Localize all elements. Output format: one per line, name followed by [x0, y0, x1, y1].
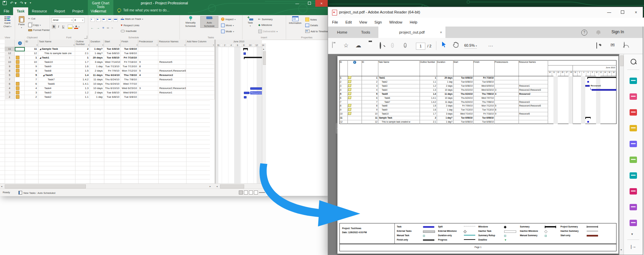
sort-caret-icon[interactable]: ▾ [137, 44, 138, 46]
sort-caret-icon[interactable]: ▾ [184, 44, 185, 46]
scrollbar-thumb[interactable] [5, 184, 86, 188]
row-number[interactable]: 10 [5, 60, 15, 65]
add-new-column-cell[interactable] [186, 95, 215, 99]
row-number[interactable]: 4 [5, 86, 15, 91]
finish-cell[interactable]: Wed 7/7/10 [121, 82, 138, 86]
notes-button[interactable]: Notes [305, 17, 317, 22]
column-header[interactable]: Duration▾ [90, 40, 104, 47]
more-tools-icon[interactable]: ... [488, 42, 493, 47]
finish-cell[interactable]: Wed 6/9/10 [121, 91, 138, 95]
collapse-icon[interactable]: ◢ [40, 48, 41, 50]
organize-pages-icon[interactable] [630, 157, 637, 163]
sort-caret-icon[interactable]: ▾ [88, 44, 89, 46]
outline-cell[interactable]: 2.1 [75, 51, 90, 56]
add-new-column-cell[interactable] [186, 56, 215, 60]
outline-cell[interactable]: 1.1 [75, 95, 90, 99]
predecessor-cell[interactable]: 3 [138, 86, 158, 91]
paste-button[interactable]: Paste ▾ [17, 16, 26, 29]
duration-cell[interactable]: 1 day? [90, 47, 104, 51]
resource-cell[interactable]: Resource1 [158, 91, 186, 95]
gantt-chart-button[interactable]: Gantt Chart ▾ [1, 16, 14, 28]
predecessor-cell[interactable]: 5 [138, 69, 158, 73]
tab-report[interactable]: Report [51, 7, 69, 15]
background-color-button[interactable] [68, 25, 72, 29]
task-id-cell[interactable]: 9 [25, 65, 38, 69]
collapse-icon[interactable]: ◢ [43, 74, 45, 76]
duration-cell[interactable]: 29 days [90, 56, 104, 60]
task-name-cell[interactable]: Task2 [38, 95, 75, 99]
outline-cell[interactable]: 1.3 [75, 86, 90, 91]
duration-cell[interactable]: 2 days [90, 69, 104, 73]
outline-cell[interactable]: 1.4 [75, 73, 90, 78]
help-icon[interactable]: ? [581, 30, 587, 36]
insert-milestone-button[interactable]: ◆Milestone [258, 24, 272, 27]
scroll-down-icon[interactable]: ▾ [621, 248, 622, 251]
resource-cell[interactable] [158, 82, 186, 86]
outline-cell[interactable]: 2 [75, 47, 90, 51]
summary-bar[interactable] [244, 57, 263, 58]
indicator-cell[interactable] [15, 56, 25, 60]
start-cell[interactable]: Tue 6/8/10 [104, 56, 121, 60]
indicator-cell[interactable] [15, 95, 25, 99]
sort-caret-icon[interactable]: ▾ [73, 44, 74, 46]
start-cell[interactable]: Thu 6/24/10 [104, 78, 121, 82]
start-cell[interactable]: Tue 6/8/10 [104, 47, 121, 51]
resource-cell[interactable] [158, 65, 186, 69]
open-panel-icon[interactable]: |→ [631, 244, 636, 249]
indicator-cell[interactable] [15, 82, 25, 86]
duration-cell[interactable]: 2 days [90, 91, 104, 95]
export-pdf-icon[interactable] [630, 78, 637, 84]
menu-sign[interactable]: Sign [374, 20, 382, 24]
copy-button[interactable]: Copy▾ [28, 23, 41, 27]
task-name-cell[interactable]: This is sample task cre [38, 51, 75, 56]
task-name-cell[interactable]: Task8 [38, 69, 75, 73]
share-link-icon[interactable] [596, 43, 597, 48]
scrollbar-thumb[interactable] [620, 55, 624, 66]
predecessor-cell[interactable]: 9 [138, 60, 158, 65]
panel-scroll-down-icon[interactable]: ▾ [631, 232, 633, 236]
percent-0-button[interactable] [91, 18, 95, 22]
add-new-column-cell[interactable] [186, 51, 215, 56]
column-header[interactable]: Task Name▾ [38, 40, 75, 47]
column-header[interactable]: Resource Names▾ [158, 40, 186, 47]
add-new-column-cell[interactable] [186, 78, 215, 82]
save-icon[interactable] [3, 1, 7, 5]
percent-25-button[interactable] [96, 18, 101, 22]
request-signatures-icon[interactable] [630, 204, 637, 210]
predecessor-cell[interactable] [138, 56, 158, 60]
row-number[interactable]: 8 [5, 69, 15, 73]
auto-schedule-button[interactable]: AutoSchedule [200, 16, 218, 28]
outline-cell[interactable]: 1.7 [75, 60, 90, 65]
add-new-column-cell[interactable] [186, 91, 215, 95]
mark-on-track-button[interactable]: Mark on Track▾ [121, 17, 143, 20]
sort-caret-icon[interactable]: ▾ [157, 44, 158, 46]
next-page-icon[interactable]: ↓ [404, 42, 407, 48]
sign-in-button[interactable]: Sign In [611, 30, 624, 34]
mode-button[interactable]: Mode▾ [221, 30, 234, 33]
chart-scrollbar-thumb[interactable] [220, 184, 244, 188]
task-id-cell[interactable]: 2 [25, 95, 38, 99]
outline-cell[interactable]: 1.2 [75, 91, 90, 95]
compress-pdf-icon[interactable] [630, 172, 637, 179]
finish-cell[interactable]: Tue 6/8/10 [121, 51, 138, 56]
indicator-cell[interactable] [15, 47, 25, 51]
resource-cell[interactable]: Resource3 [158, 78, 186, 82]
search-icon[interactable]: ··· [380, 43, 381, 48]
cut-button[interactable]: ✂Cut [28, 17, 35, 20]
cloud-share-icon[interactable]: ☁ [356, 42, 361, 49]
tab-document[interactable]: project_out.pdf × [378, 27, 445, 38]
column-header[interactable]: Outline Number▾ [75, 40, 90, 47]
inactivate-button[interactable]: Inactivate [121, 30, 137, 33]
sort-caret-icon[interactable]: ▾ [119, 44, 120, 46]
indicator-cell[interactable] [15, 78, 25, 82]
scroll-left-icon[interactable]: ◂ [1, 185, 2, 188]
hand-tool-icon[interactable] [453, 42, 459, 49]
save-icon[interactable] [332, 42, 333, 48]
row-number[interactable]: 2 [5, 95, 15, 99]
duration-cell[interactable]: 1 day [90, 65, 104, 69]
close-button[interactable]: × [315, 0, 328, 7]
combine-files-icon[interactable] [630, 141, 637, 147]
row-number[interactable]: 1 [5, 56, 15, 60]
add-new-column-cell[interactable] [186, 47, 215, 51]
broken-link-icon[interactable]: ⌁ [111, 26, 113, 30]
